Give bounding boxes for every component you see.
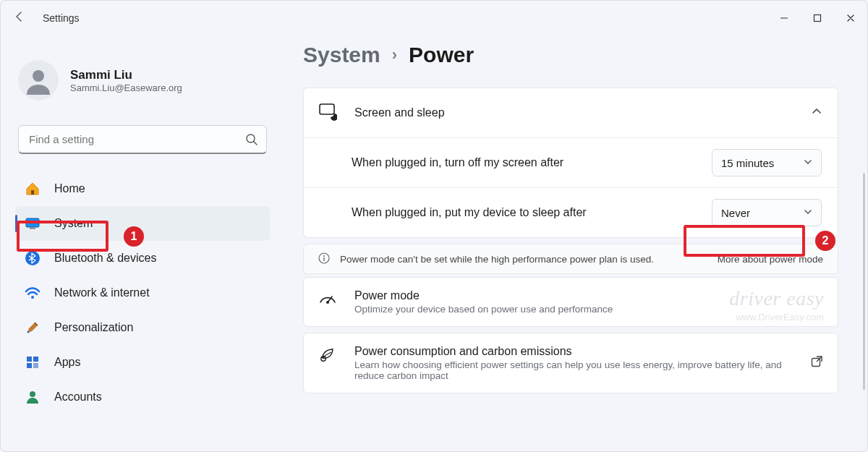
svg-rect-6 — [26, 218, 39, 227]
apps-icon — [24, 354, 41, 371]
sidebar-item-personalization[interactable]: Personalization — [15, 310, 270, 345]
nav-label: Bluetooth & devices — [54, 252, 156, 265]
nav-list: Home System Bluetooth & devices Network … — [15, 171, 270, 414]
system-icon — [24, 215, 41, 232]
svg-point-2 — [33, 70, 44, 82]
svg-point-10 — [31, 296, 34, 299]
svg-rect-20 — [323, 257, 324, 261]
screen-off-select[interactable]: 15 minutes — [712, 149, 822, 176]
svg-line-25 — [817, 357, 822, 362]
chevron-up-icon — [812, 106, 822, 119]
svg-rect-5 — [31, 190, 34, 195]
open-external-icon[interactable] — [810, 355, 823, 371]
sidebar: Sammi Liu Sammi.Liu@Easeware.org Home Sy… — [1, 35, 284, 451]
section-title: Screen and sleep — [354, 106, 445, 119]
personalization-icon — [24, 319, 41, 336]
svg-rect-8 — [30, 228, 35, 229]
card-title: Power consumption and carbon emissions — [354, 345, 793, 358]
sleep-row: When plugged in, put my device to sleep … — [304, 188, 838, 237]
svg-rect-13 — [33, 357, 38, 362]
svg-line-4 — [254, 142, 257, 145]
nav-label: System — [54, 217, 93, 230]
svg-rect-15 — [33, 363, 38, 368]
select-value: 15 minutes — [721, 157, 774, 169]
scrollbar[interactable] — [863, 173, 865, 390]
accounts-icon — [24, 388, 41, 406]
breadcrumb: System › Power — [303, 35, 838, 88]
sidebar-item-accounts[interactable]: Accounts — [15, 380, 270, 414]
user-name: Sammi Liu — [70, 68, 182, 82]
select-value: Never — [721, 207, 750, 219]
back-button[interactable] — [5, 11, 34, 25]
app-title: Settings — [43, 12, 80, 24]
nav-label: Apps — [54, 356, 80, 369]
maximize-button[interactable] — [801, 7, 834, 30]
bluetooth-icon — [24, 250, 41, 267]
search-input[interactable] — [18, 125, 267, 154]
card-subtitle: Optimize your device based on power use … — [354, 304, 613, 315]
card-title: Power mode — [354, 289, 613, 302]
info-icon — [318, 252, 330, 266]
titlebar: Settings — [1, 1, 867, 35]
search-icon — [245, 133, 258, 149]
svg-point-16 — [30, 391, 35, 397]
breadcrumb-current: Power — [409, 43, 474, 67]
nav-label: Personalization — [54, 321, 133, 334]
screen-sleep-icon — [318, 102, 337, 124]
svg-point-3 — [247, 135, 255, 142]
power-mode-info-strip: Power mode can't be set while the high p… — [303, 244, 838, 274]
info-text: Power mode can't be set while the high p… — [340, 254, 654, 265]
nav-label: Network & internet — [54, 286, 150, 299]
svg-rect-14 — [27, 363, 32, 368]
svg-rect-17 — [320, 104, 334, 114]
minimize-button[interactable] — [767, 7, 801, 30]
screen-sleep-header[interactable]: Screen and sleep — [304, 88, 838, 137]
sidebar-item-network[interactable]: Network & internet — [15, 276, 270, 310]
annotation-bubble-1: 1 — [124, 226, 144, 247]
row-label: When plugged in, put my device to sleep … — [352, 206, 697, 219]
avatar — [18, 60, 59, 101]
svg-rect-12 — [27, 357, 32, 362]
carbon-card[interactable]: Power consumption and carbon emissions L… — [303, 333, 838, 393]
home-icon — [24, 180, 41, 197]
breadcrumb-parent[interactable]: System — [303, 43, 380, 67]
more-about-power-mode-link[interactable]: More about power mode — [718, 254, 823, 265]
power-mode-card[interactable]: Power mode Optimize your device based on… — [303, 277, 838, 327]
sidebar-item-apps[interactable]: Apps — [15, 345, 270, 380]
sidebar-item-home[interactable]: Home — [15, 171, 270, 206]
chevron-right-icon: › — [392, 46, 397, 64]
screen-off-row: When plugged in, turn off my screen afte… — [304, 138, 838, 187]
row-label: When plugged in, turn off my screen afte… — [352, 156, 697, 169]
chevron-down-icon — [804, 158, 812, 169]
nav-label: Home — [54, 182, 85, 195]
nav-label: Accounts — [54, 391, 102, 404]
svg-point-19 — [323, 255, 325, 257]
screen-and-sleep-card: Screen and sleep When plugged in, turn o… — [303, 88, 838, 238]
search-box[interactable] — [18, 125, 267, 154]
sleep-select[interactable]: Never — [712, 199, 822, 226]
svg-rect-1 — [814, 15, 821, 22]
chevron-down-icon — [804, 208, 812, 218]
card-subtitle: Learn how choosing efficient power setti… — [354, 359, 793, 381]
content-area: System › Power Screen and sleep When plu… — [284, 35, 867, 451]
close-button[interactable] — [834, 7, 867, 30]
power-mode-icon — [318, 289, 337, 311]
user-email: Sammi.Liu@Easeware.org — [70, 82, 182, 93]
annotation-bubble-2: 2 — [815, 231, 835, 251]
leaf-icon — [318, 345, 337, 367]
window-controls — [767, 7, 867, 30]
network-icon — [24, 284, 41, 302]
svg-point-11 — [27, 331, 30, 333]
sidebar-item-bluetooth[interactable]: Bluetooth & devices — [15, 241, 270, 276]
account-block[interactable]: Sammi Liu Sammi.Liu@Easeware.org — [15, 35, 270, 125]
